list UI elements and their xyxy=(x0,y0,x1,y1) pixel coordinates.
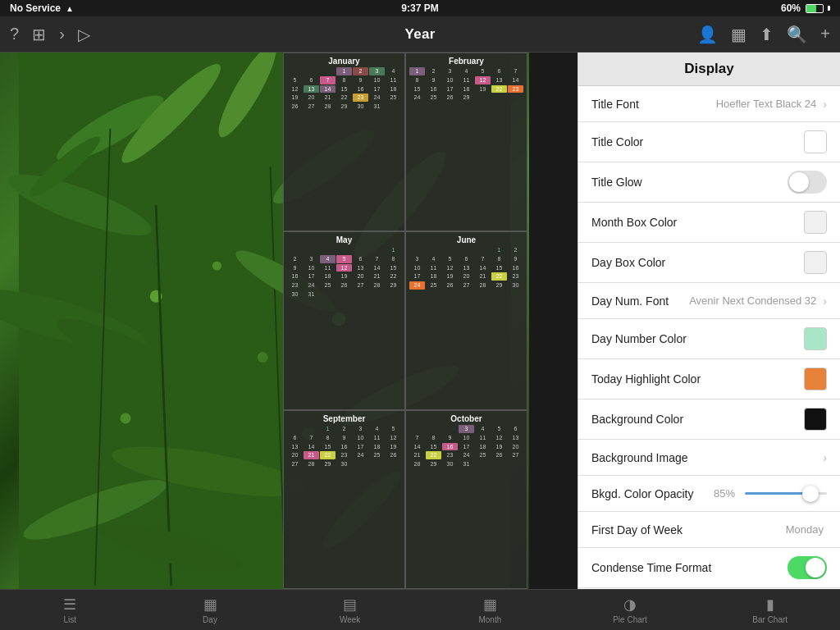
person-icon[interactable]: 👤 xyxy=(697,25,718,44)
cal-cell: 28 xyxy=(369,281,385,290)
cal-cell: 17 xyxy=(353,443,368,451)
cal-cell: 12 xyxy=(336,264,352,272)
cal-cell: 21 xyxy=(320,94,336,102)
cal-cell: 20 xyxy=(353,272,368,281)
cal-cell: 6 xyxy=(353,255,368,263)
settings-item-background-image[interactable]: Background Image › xyxy=(578,440,840,476)
cal-cell: 30 xyxy=(508,281,523,290)
cal-cell: 26 xyxy=(442,94,458,102)
slider-thumb[interactable] xyxy=(802,486,819,502)
tab-list[interactable]: ☰ List xyxy=(0,596,140,624)
cal-cell: 28 xyxy=(409,460,425,468)
cal-cell: 25 xyxy=(426,94,441,102)
cal-cell: 8 xyxy=(409,76,425,84)
tab-pie-chart[interactable]: ◑ Pie Chart xyxy=(560,596,701,624)
cal-cell: 8 xyxy=(386,255,401,263)
cal-cell: 10 xyxy=(442,76,458,84)
cal-cell: 26 xyxy=(491,451,507,459)
wifi-icon xyxy=(66,2,74,14)
cal-cell: 14 xyxy=(304,443,319,451)
cal-cell: 7 xyxy=(369,255,385,263)
cal-cell: 9 xyxy=(287,264,303,272)
title-glow-toggle[interactable] xyxy=(788,171,827,194)
month-box-color-swatch[interactable] xyxy=(804,211,827,234)
cal-cell: 2 xyxy=(336,425,352,433)
settings-item-bkgd-opacity[interactable]: Bkgd. Color Opacity 85% xyxy=(578,476,840,512)
day-box-color-swatch[interactable] xyxy=(804,251,827,274)
condense-time-label: Condense Time Format xyxy=(591,561,788,574)
settings-item-today-highlight-color[interactable]: Today Highlight Color xyxy=(578,359,840,399)
day-box-color-label: Day Box Color xyxy=(591,256,804,269)
condense-time-toggle[interactable] xyxy=(788,556,827,579)
month-box-color-label: Month Box Color xyxy=(591,216,804,229)
cal-cell: 16 xyxy=(442,443,458,451)
share-icon[interactable]: ⬆ xyxy=(760,25,774,44)
cal-cell: 11 xyxy=(320,264,336,272)
cal-cell: 3 xyxy=(442,67,458,75)
tab-month[interactable]: ▦ Month xyxy=(420,596,560,624)
forward-icon[interactable]: › xyxy=(59,25,65,43)
main-area: January 1 2 3 4 5 6 7 8 9 10 11 12 13 14… xyxy=(0,52,840,589)
cal-cell: 9 xyxy=(426,76,441,84)
cal-cell: 25 xyxy=(426,281,441,290)
cal-cell: 11 xyxy=(386,76,401,84)
tab-pie-label: Pie Chart xyxy=(613,615,647,624)
title-color-swatch[interactable] xyxy=(804,130,827,153)
first-day-value: Monday xyxy=(786,523,824,536)
month-january: January 1 2 3 4 5 6 7 8 9 10 11 12 13 14… xyxy=(283,52,405,231)
cal-cell: 18 xyxy=(459,85,474,94)
today-highlight-color-swatch[interactable] xyxy=(804,368,827,390)
tab-day[interactable]: ▦ Day xyxy=(140,596,281,624)
search-icon[interactable]: 🔍 xyxy=(787,25,807,44)
settings-item-day-box-color[interactable]: Day Box Color xyxy=(578,243,840,283)
settings-item-background-color[interactable]: Background Color xyxy=(578,399,840,440)
settings-item-month-box-color[interactable]: Month Box Color xyxy=(578,203,840,243)
cal-cell: 16 xyxy=(508,264,523,272)
grid-icon[interactable]: ⊞ xyxy=(32,25,46,44)
settings-item-title-color[interactable]: Title Color xyxy=(578,122,840,162)
background-color-swatch[interactable] xyxy=(804,408,827,431)
settings-item-day-number-color[interactable]: Day Number Color xyxy=(578,319,840,359)
nav-bar: ? ⊞ › ▷ Year 👤 ▦ ⬆ 🔍 + xyxy=(0,16,840,52)
cal-cell: 23 xyxy=(508,85,523,94)
tab-bar: ☰ List ▦ Day ▤ Week ▦ Month ◑ Pie Chart … xyxy=(0,589,840,630)
status-right: 60% xyxy=(781,2,830,14)
bkgd-opacity-slider[interactable] xyxy=(745,492,827,495)
cal-cell: 11 xyxy=(459,76,474,84)
june-grid: 1 2 3 4 5 6 7 8 9 10 11 12 13 14 15 16 1… xyxy=(409,246,523,290)
day-number-color-swatch[interactable] xyxy=(804,327,827,350)
settings-item-day-num-font[interactable]: Day Num. Font Avenir Next Condensed 32 › xyxy=(578,283,840,319)
play-icon[interactable]: ▷ xyxy=(78,25,90,44)
cal-cell xyxy=(426,425,441,433)
cal-cell xyxy=(409,246,425,254)
cal-cell: 5 xyxy=(386,425,401,433)
may-grid: 1 2 3 4 5 6 7 8 9 10 11 12 13 14 15 16 1… xyxy=(287,246,401,299)
settings-item-condense-time[interactable]: Condense Time Format xyxy=(578,548,840,588)
settings-item-title-font[interactable]: Title Font Hoefler Text Black 24 › xyxy=(578,86,840,122)
cal-cell: 19 xyxy=(287,94,303,102)
cal-cell: 12 xyxy=(287,85,303,94)
month-june: June 1 2 3 4 5 6 7 8 9 10 11 12 13 1 xyxy=(405,231,527,410)
cal-cell: 25 xyxy=(475,451,491,459)
cal-cell: 6 xyxy=(304,76,319,84)
tab-list-label: List xyxy=(64,615,77,624)
settings-item-title-glow[interactable]: Title Glow xyxy=(578,162,840,203)
battery-percent: 60% xyxy=(781,2,801,14)
cal-cell xyxy=(475,246,491,254)
cal-cell: 24 xyxy=(409,94,425,102)
settings-item-first-day[interactable]: First Day of Week Monday xyxy=(578,512,840,548)
nav-left: ? ⊞ › ▷ xyxy=(10,25,90,44)
cal-cell: 8 xyxy=(336,76,352,84)
help-icon[interactable]: ? xyxy=(10,25,19,43)
tab-week[interactable]: ▤ Week xyxy=(280,596,420,624)
cal-cell: 24 xyxy=(304,281,319,290)
cal-cell: 22 xyxy=(491,272,507,281)
calendar-icon[interactable]: ▦ xyxy=(731,25,746,44)
cal-cell: 26 xyxy=(386,451,401,459)
cal-cell: 12 xyxy=(475,76,491,84)
cal-cell: 1 xyxy=(336,67,352,75)
cal-cell: 18 xyxy=(426,272,441,281)
add-icon[interactable]: + xyxy=(820,25,830,43)
tab-bar-chart[interactable]: ▮ Bar Chart xyxy=(700,596,840,624)
bkgd-opacity-slider-container: 85% xyxy=(714,487,827,500)
